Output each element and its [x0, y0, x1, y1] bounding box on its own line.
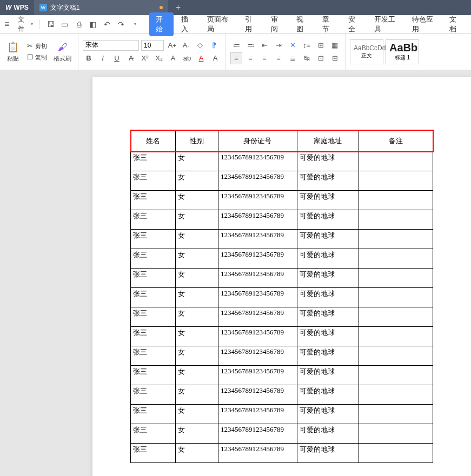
cell-note[interactable] [359, 307, 433, 327]
cell-note[interactable] [359, 269, 433, 288]
cell-name[interactable]: 张三 [131, 288, 176, 307]
save-button[interactable]: 🖫 [47, 20, 55, 29]
distribute-button[interactable]: ≣ [287, 52, 298, 64]
underline-button[interactable]: U [111, 52, 123, 64]
header-id[interactable]: 身份证号 [218, 130, 297, 152]
bold-button[interactable]: B [83, 52, 95, 64]
data-table[interactable]: 姓名 性别 身份证号 家庭地址 备注 张三女123456789123456789… [130, 130, 433, 463]
document-page[interactable]: 姓名 性别 身份证号 家庭地址 备注 张三女123456789123456789… [92, 77, 471, 476]
cell-note[interactable] [359, 288, 433, 307]
cell-sex[interactable]: 女 [176, 288, 218, 307]
header-addr[interactable]: 家庭地址 [297, 130, 359, 152]
align-left-button[interactable]: ≡ [230, 52, 242, 64]
undo-button[interactable]: ↶ [103, 20, 111, 29]
table-row[interactable]: 张三女123456789123456789可爱的地球 [131, 249, 433, 269]
table-row[interactable]: 张三女123456789123456789可爱的地球 [131, 366, 433, 385]
cell-sex[interactable]: 女 [176, 307, 218, 327]
font-name-select[interactable] [83, 40, 139, 51]
cell-name[interactable]: 张三 [131, 210, 176, 230]
increase-indent-button[interactable]: ⇥ [273, 39, 284, 51]
align-center-button[interactable]: ≡ [244, 52, 256, 64]
text-direction-button[interactable]: ✕ [287, 39, 298, 51]
show-marks-button[interactable]: ⊞ [329, 52, 341, 64]
header-sex[interactable]: 性别 [176, 130, 218, 152]
cell-addr[interactable]: 可爱的地球 [297, 191, 359, 210]
clear-format-button[interactable]: ◇ [194, 39, 206, 51]
sort-button[interactable]: ⊡ [315, 52, 327, 64]
table-row[interactable]: 张三女123456789123456789可爱的地球 [131, 385, 433, 405]
highlight-button[interactable]: ab [181, 52, 193, 64]
cell-id[interactable]: 123456789123456789 [218, 346, 297, 366]
text-effects-button[interactable]: A [167, 52, 179, 64]
cell-id[interactable]: 123456789123456789 [218, 249, 297, 269]
cell-note[interactable] [359, 327, 433, 346]
table-row[interactable]: 张三女123456789123456789可爱的地球 [131, 288, 433, 307]
cell-note[interactable] [359, 191, 433, 210]
tabs-button[interactable]: ↹ [301, 52, 313, 64]
cell-note[interactable] [359, 444, 433, 463]
cell-name[interactable]: 张三 [131, 366, 176, 385]
cell-addr[interactable]: 可爱的地球 [297, 405, 359, 424]
bullets-button[interactable]: ≔ [230, 39, 242, 51]
numbering-button[interactable]: ≕ [244, 39, 256, 51]
cell-addr[interactable]: 可爱的地球 [297, 152, 359, 171]
document-tab[interactable]: W 文字文稿1 [34, 0, 168, 15]
shading-button[interactable]: A [209, 52, 221, 64]
qat-dropdown[interactable]: ▾ [131, 20, 140, 29]
cell-note[interactable] [359, 405, 433, 424]
redo-button[interactable]: ↷ [117, 20, 125, 29]
cell-id[interactable]: 123456789123456789 [218, 424, 297, 444]
cell-sex[interactable]: 女 [176, 327, 218, 346]
cell-id[interactable]: 123456789123456789 [218, 288, 297, 307]
cell-addr[interactable]: 可爱的地球 [297, 230, 359, 249]
align-right-button[interactable]: ≡ [258, 52, 270, 64]
cell-sex[interactable]: 女 [176, 210, 218, 230]
style-normal[interactable]: AaBbCcDd 正文 [350, 39, 383, 64]
header-note[interactable]: 备注 [359, 130, 433, 152]
table-row[interactable]: 张三女123456789123456789可爱的地球 [131, 210, 433, 230]
table-row[interactable]: 张三女123456789123456789可爱的地球 [131, 444, 433, 463]
cell-addr[interactable]: 可爱的地球 [297, 327, 359, 346]
cell-sex[interactable]: 女 [176, 171, 218, 191]
align-justify-button[interactable]: ≡ [273, 52, 284, 64]
change-case-button[interactable]: ⁋ [208, 39, 220, 51]
cell-id[interactable]: 123456789123456789 [218, 385, 297, 405]
cell-id[interactable]: 123456789123456789 [218, 171, 297, 191]
table-body[interactable]: 张三女123456789123456789可爱的地球张三女12345678912… [131, 152, 433, 463]
cell-name[interactable]: 张三 [131, 307, 176, 327]
cell-id[interactable]: 123456789123456789 [218, 444, 297, 463]
cell-addr[interactable]: 可爱的地球 [297, 288, 359, 307]
table-row[interactable]: 张三女123456789123456789可爱的地球 [131, 405, 433, 424]
cell-id[interactable]: 123456789123456789 [218, 269, 297, 288]
cell-addr[interactable]: 可爱的地球 [297, 269, 359, 288]
cell-name[interactable]: 张三 [131, 191, 176, 210]
cell-name[interactable]: 张三 [131, 249, 176, 269]
tab-dev-tools[interactable]: 开发工具 [368, 12, 404, 36]
tab-start[interactable]: 开始 [149, 12, 174, 36]
table-row[interactable]: 张三女123456789123456789可爱的地球 [131, 152, 433, 171]
cell-sex[interactable]: 女 [176, 269, 218, 288]
cell-note[interactable] [359, 210, 433, 230]
table-row[interactable]: 张三女123456789123456789可爱的地球 [131, 424, 433, 444]
paste-button[interactable]: 📋 粘贴 [4, 39, 22, 64]
table-row[interactable]: 张三女123456789123456789可爱的地球 [131, 230, 433, 249]
tab-review[interactable]: 审阅 [264, 12, 289, 36]
cell-sex[interactable]: 女 [176, 444, 218, 463]
cell-name[interactable]: 张三 [131, 230, 176, 249]
cell-sex[interactable]: 女 [176, 424, 218, 444]
new-tab-button[interactable]: + [168, 3, 188, 12]
tab-insert[interactable]: 插入 [175, 12, 200, 36]
cell-name[interactable]: 张三 [131, 152, 176, 171]
cell-name[interactable]: 张三 [131, 269, 176, 288]
hamburger-menu-button[interactable]: ≡ [0, 19, 14, 29]
cell-name[interactable]: 张三 [131, 385, 176, 405]
cell-name[interactable]: 张三 [131, 444, 176, 463]
cell-id[interactable]: 123456789123456789 [218, 405, 297, 424]
style-heading1[interactable]: AaBb 标题 1 [386, 39, 419, 64]
tab-view[interactable]: 视图 [290, 12, 315, 36]
cell-addr[interactable]: 可爱的地球 [297, 210, 359, 230]
tab-references[interactable]: 引用 [238, 12, 263, 36]
cell-note[interactable] [359, 424, 433, 444]
table-row[interactable]: 张三女123456789123456789可爱的地球 [131, 269, 433, 288]
cell-addr[interactable]: 可爱的地球 [297, 171, 359, 191]
